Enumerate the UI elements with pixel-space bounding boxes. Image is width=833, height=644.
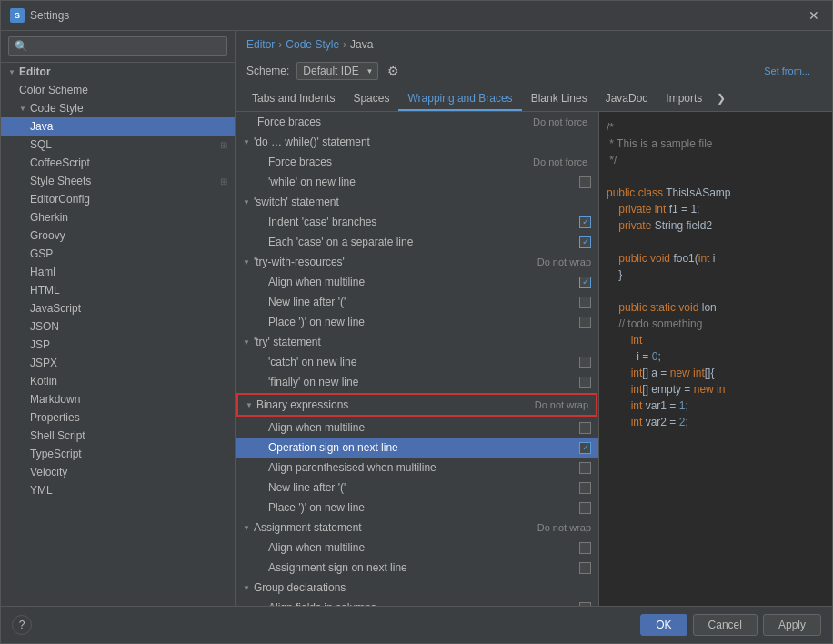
titlebar-left: S Settings: [10, 8, 69, 23]
content-area: Force braces Do not force ▼ 'do … while(…: [236, 112, 832, 606]
assignment-align-row[interactable]: Align when multiline: [236, 538, 598, 558]
finally-row[interactable]: 'finally' on new line: [236, 372, 598, 392]
binary-newline-label: New line after '(': [243, 481, 579, 494]
sidebar-item-editorconfig[interactable]: EditorConfig: [1, 190, 235, 208]
code-line: int: [607, 332, 825, 348]
sidebar-item-json[interactable]: JSON: [1, 317, 235, 336]
binary-closeparen-label: Place ')' on new line: [243, 501, 579, 514]
scheme-gear-icon[interactable]: ⚙: [386, 62, 401, 80]
try-resources-closeparen-row[interactable]: Place ')' on new line: [236, 312, 598, 332]
try-resources-closeparen-checkbox[interactable]: [579, 317, 591, 328]
tab-javadoc[interactable]: JavaDoc: [597, 87, 657, 111]
sidebar-item-groovy[interactable]: Groovy: [1, 226, 235, 245]
sidebar-item-style-sheets[interactable]: Style Sheets ⊞: [1, 172, 235, 190]
binary-newline-checkbox[interactable]: [579, 482, 591, 494]
sidebar-item-label: EditorConfig: [30, 193, 90, 206]
try-resources-newline-checkbox[interactable]: [579, 297, 591, 308]
switch-section[interactable]: ▼ 'switch' statement: [236, 192, 598, 212]
code-line: */: [607, 152, 825, 168]
indent-case-row[interactable]: Indent 'case' branches: [236, 212, 598, 232]
group-label: Group declarations: [254, 581, 346, 594]
tab-spaces[interactable]: Spaces: [344, 87, 398, 111]
sidebar-item-kotlin[interactable]: Kotlin: [1, 372, 235, 390]
breadcrumb-code-style[interactable]: Code Style: [286, 38, 339, 51]
while-new-line-row[interactable]: 'while' on new line: [236, 172, 598, 192]
each-case-row[interactable]: Each 'case' on a separate line: [236, 232, 598, 252]
binary-closeparen-row[interactable]: Place ')' on new line: [236, 498, 598, 518]
sidebar-item-coffeescript[interactable]: CoffeeScript: [1, 154, 235, 172]
tab-more-button[interactable]: ❯: [711, 87, 731, 111]
assignment-sign-checkbox[interactable]: [579, 562, 591, 574]
sidebar-item-markdown[interactable]: Markdown: [1, 390, 235, 408]
binary-expressions-section[interactable]: ▼ Binary expressions Do not wrap: [236, 393, 597, 417]
cancel-button[interactable]: Cancel: [693, 614, 758, 636]
expand-arrow: ▼: [19, 105, 26, 113]
sidebar-item-html[interactable]: HTML: [1, 281, 235, 299]
force-braces-top-row[interactable]: Force braces Do not force: [236, 112, 598, 132]
catch-checkbox[interactable]: [579, 357, 591, 368]
sidebar-item-velocity[interactable]: Velocity: [1, 463, 235, 481]
tab-imports[interactable]: Imports: [657, 87, 711, 111]
sidebar-item-code-style[interactable]: ▼ Code Style: [1, 99, 235, 117]
binary-closeparen-checkbox[interactable]: [579, 502, 591, 514]
sidebar-item-jspx[interactable]: JSPX: [1, 354, 235, 372]
tab-blank-lines[interactable]: Blank Lines: [522, 87, 597, 111]
align-parens-row[interactable]: Align parenthesised when multiline: [236, 458, 598, 478]
breadcrumb-sep2: ›: [343, 38, 346, 51]
sidebar-item-gsp[interactable]: GSP: [1, 245, 235, 263]
group-declarations-section[interactable]: ▼ Group declarations: [236, 578, 598, 598]
assignment-align-checkbox[interactable]: [579, 542, 591, 554]
ok-button[interactable]: OK: [640, 614, 687, 636]
set-from-link[interactable]: Set from...: [764, 65, 821, 76]
binary-newline-row[interactable]: New line after '(': [236, 478, 598, 498]
finally-label: 'finally' on new line: [243, 376, 579, 388]
sidebar-item-gherkin[interactable]: Gherkin: [1, 208, 235, 226]
sidebar-item-sql[interactable]: SQL ⊞: [1, 136, 235, 154]
try-section[interactable]: ▼ 'try' statement: [236, 332, 598, 352]
sidebar-item-shell-script[interactable]: Shell Script: [1, 427, 235, 445]
switch-triangle: ▼: [243, 198, 250, 206]
each-case-checkbox[interactable]: [579, 236, 591, 248]
do-while-section[interactable]: ▼ 'do … while()' statement: [236, 132, 598, 152]
force-braces-row[interactable]: Force braces Do not force: [236, 152, 598, 172]
operation-sign-label: Operation sign on next line: [243, 441, 579, 454]
indent-case-checkbox[interactable]: [579, 216, 591, 228]
operation-sign-row[interactable]: Operation sign on next line: [236, 438, 598, 458]
sidebar-item-javascript[interactable]: JavaScript: [1, 299, 235, 317]
sidebar-item-editor[interactable]: ▼ Editor: [1, 63, 235, 81]
search-input[interactable]: [8, 36, 227, 56]
breadcrumb-editor[interactable]: Editor: [246, 38, 275, 51]
catch-row[interactable]: 'catch' on new line: [236, 352, 598, 372]
code-line: [607, 168, 825, 185]
assignment-section[interactable]: ▼ Assignment statement Do not wrap: [236, 518, 598, 538]
sidebar-item-haml[interactable]: Haml: [1, 263, 235, 281]
sidebar-item-label: HTML: [30, 284, 60, 297]
binary-align-checkbox[interactable]: [579, 422, 591, 434]
assignment-sign-row[interactable]: Assignment sign on next line: [236, 558, 598, 578]
sidebar-item-yml[interactable]: YML: [1, 481, 235, 499]
align-fields-row[interactable]: Align fields in columns: [236, 598, 598, 606]
binary-align-row[interactable]: Align when multiline: [236, 418, 598, 438]
apply-button[interactable]: Apply: [763, 614, 821, 636]
code-line: private int f1 = 1;: [607, 201, 825, 217]
sidebar-item-typescript[interactable]: TypeScript: [1, 445, 235, 463]
try-with-resources-section[interactable]: ▼ 'try-with-resources' Do not wrap: [236, 252, 598, 272]
each-case-label: Each 'case' on a separate line: [243, 236, 579, 248]
sidebar-item-java[interactable]: Java: [1, 117, 235, 136]
help-button[interactable]: ?: [12, 615, 32, 635]
scheme-select[interactable]: Default IDE: [296, 62, 378, 80]
while-new-line-checkbox[interactable]: [579, 176, 591, 188]
operation-sign-checkbox[interactable]: [579, 442, 591, 454]
sidebar-item-properties[interactable]: Properties: [1, 408, 235, 427]
sidebar-item-jsp[interactable]: JSP: [1, 336, 235, 354]
try-resources-wrap-label: Do not wrap: [537, 257, 591, 267]
tab-wrapping-and-braces[interactable]: Wrapping and Braces: [398, 87, 521, 111]
tab-tabs-and-indents[interactable]: Tabs and Indents: [243, 87, 344, 111]
try-resources-newline-row[interactable]: New line after '(': [236, 292, 598, 312]
try-resources-align-checkbox[interactable]: [579, 277, 591, 288]
close-button[interactable]: ✕: [805, 6, 823, 25]
sidebar-item-color-scheme[interactable]: Color Scheme: [1, 81, 235, 99]
align-parens-checkbox[interactable]: [579, 462, 591, 474]
try-resources-align-row[interactable]: Align when multiline: [236, 272, 598, 292]
finally-checkbox[interactable]: [579, 377, 591, 388]
